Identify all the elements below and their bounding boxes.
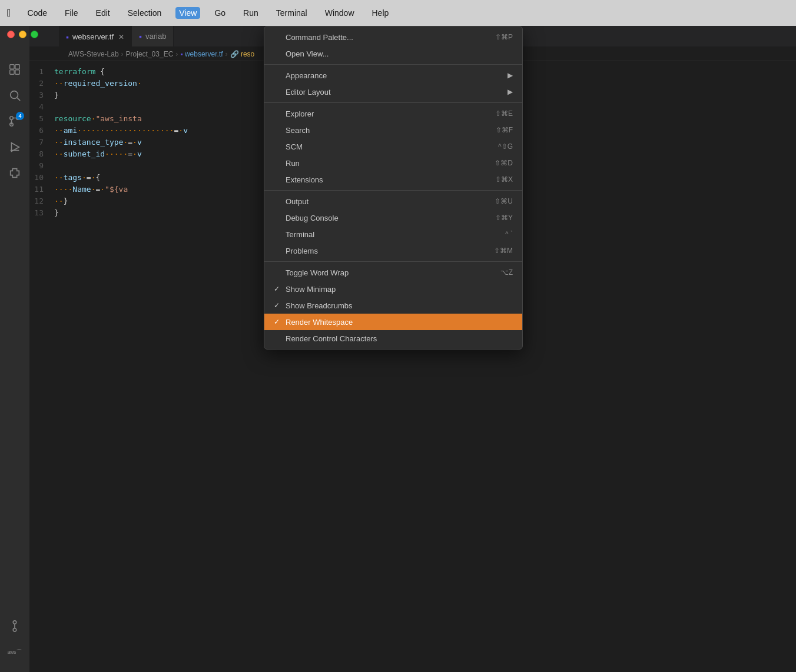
menu-debug-console[interactable]: Debug Console ⇧⌘Y <box>264 209 522 226</box>
menu-open-view-label: Open View... <box>286 49 513 58</box>
menubar-help[interactable]: Help <box>369 7 393 19</box>
menubar-run[interactable]: Run <box>240 7 262 19</box>
menu-output-shortcut: ⇧⌘U <box>495 197 513 205</box>
breadcrumbs-check-icon: ✓ <box>274 301 283 310</box>
menu-run-label: Run <box>286 159 485 168</box>
breadcrumb-sep2: › <box>175 50 178 58</box>
menubar-window[interactable]: Window <box>321 7 358 19</box>
menu-terminal-shortcut: ^ ` <box>505 230 513 238</box>
menu-scm[interactable]: SCM ^⇧G <box>264 138 522 155</box>
svg-point-11 <box>13 621 16 624</box>
menu-editor-layout[interactable]: Editor Layout ▶ <box>264 84 522 100</box>
activity-explorer[interactable] <box>4 59 25 80</box>
close-button[interactable] <box>7 31 15 38</box>
menu-appearance-label: Appearance <box>286 71 503 80</box>
menu-debug-console-label: Debug Console <box>286 214 486 222</box>
menu-explorer[interactable]: Explorer ⇧⌘E <box>264 105 522 122</box>
menu-terminal[interactable]: Terminal ^ ` <box>264 226 522 242</box>
menubar-file[interactable]: File <box>61 7 82 19</box>
menu-render-whitespace[interactable]: ✓ Render Whitespace <box>264 314 522 330</box>
breadcrumb-project: Project_03_EC <box>126 50 174 58</box>
svg-line-5 <box>17 98 20 101</box>
menu-search-shortcut: ⇧⌘F <box>496 126 513 134</box>
menu-debug-console-shortcut: ⇧⌘Y <box>495 214 513 222</box>
terraform-icon-2: ▪ <box>139 32 142 41</box>
menu-run-shortcut: ⇧⌘D <box>495 159 513 167</box>
menu-editor-layout-label: Editor Layout <box>286 88 503 97</box>
menu-scm-label: SCM <box>286 142 489 151</box>
activity-scm[interactable]: 4 <box>4 111 25 132</box>
terraform-icon-breadcrumb: ▪ <box>180 50 185 58</box>
menu-output[interactable]: Output ⇧⌘U <box>264 193 522 209</box>
menu-show-breadcrumbs-label: Show Breadcrumbs <box>286 301 513 310</box>
svg-point-6 <box>10 117 14 120</box>
menubar:  Code File Edit Selection View Go Run T… <box>0 0 796 26</box>
menu-open-view[interactable]: Open View... <box>264 45 522 62</box>
aws-label: aws <box>7 649 16 655</box>
menu-render-control-chars-label: Render Control Characters <box>286 334 513 343</box>
menu-command-palette[interactable]: Command Palette... ⇧⌘P <box>264 29 522 45</box>
breadcrumb-aws: AWS-Steve-Lab <box>68 50 119 58</box>
separator-1 <box>264 64 522 65</box>
tab-variab-label: variab <box>145 32 166 41</box>
activity-aws[interactable]: aws ⌒ <box>4 641 25 663</box>
menu-extensions-label: Extensions <box>286 175 486 184</box>
activity-bar: 4 aws ⌒ <box>0 26 29 672</box>
activity-search[interactable] <box>4 85 25 106</box>
menu-show-minimap[interactable]: ✓ Show Minimap <box>264 281 522 297</box>
separator-2 <box>264 102 522 103</box>
terraform-icon: ▪ <box>66 32 69 42</box>
menu-extensions[interactable]: Extensions ⇧⌘X <box>264 171 522 188</box>
tab-webserver[interactable]: ▪ webserver.tf ✕ <box>59 26 132 46</box>
tab-close-webserver[interactable]: ✕ <box>118 33 124 41</box>
menubar-terminal[interactable]: Terminal <box>273 7 311 19</box>
minimize-button[interactable] <box>19 31 26 38</box>
menubar-edit[interactable]: Edit <box>92 7 114 19</box>
separator-3 <box>264 190 522 191</box>
menu-run[interactable]: Run ⇧⌘D <box>264 155 522 171</box>
separator-4 <box>264 261 522 262</box>
maximize-button[interactable] <box>31 31 38 38</box>
menu-toggle-word-wrap[interactable]: Toggle Word Wrap ⌥Z <box>264 264 522 281</box>
editor-layout-arrow-icon: ▶ <box>508 88 513 96</box>
menu-appearance[interactable]: Appearance ▶ <box>264 67 522 84</box>
tab-variab[interactable]: ▪ variab <box>132 26 174 46</box>
scm-badge: 4 <box>16 112 24 120</box>
menubar-go[interactable]: Go <box>211 7 229 19</box>
render-whitespace-check-icon: ✓ <box>274 318 283 326</box>
tab-webserver-label: webserver.tf <box>72 32 114 41</box>
breadcrumb-file: ▪ webserver.tf <box>180 50 223 58</box>
svg-rect-0 <box>10 65 14 69</box>
svg-point-4 <box>11 91 18 99</box>
svg-rect-1 <box>15 65 19 69</box>
menubar-view[interactable]: View <box>175 7 200 19</box>
menu-render-whitespace-label: Render Whitespace <box>286 318 513 327</box>
activity-source-control[interactable] <box>4 616 25 637</box>
activity-run[interactable] <box>4 137 25 158</box>
svg-point-12 <box>13 628 16 632</box>
menu-command-palette-label: Command Palette... <box>286 33 486 42</box>
menu-show-breadcrumbs[interactable]: ✓ Show Breadcrumbs <box>264 297 522 314</box>
breadcrumb-sep1: › <box>121 50 124 58</box>
menu-explorer-shortcut: ⇧⌘E <box>495 109 513 118</box>
menu-toggle-word-wrap-shortcut: ⌥Z <box>500 268 513 277</box>
menubar-code[interactable]: Code <box>24 7 51 19</box>
line-numbers: 1 2 3 4 5 6 7 8 9 10 11 12 13 <box>29 61 52 672</box>
minimap-check-icon: ✓ <box>274 285 283 293</box>
breadcrumb-symbol: 🔗 reso <box>230 50 255 58</box>
menu-problems-label: Problems <box>286 247 485 255</box>
breadcrumb-sep3: › <box>225 50 228 58</box>
menu-search[interactable]: Search ⇧⌘F <box>264 122 522 138</box>
svg-rect-2 <box>10 70 14 74</box>
activity-extensions[interactable] <box>4 162 25 184</box>
view-menu[interactable]: Command Palette... ⇧⌘P Open View... Appe… <box>264 26 523 350</box>
menu-problems[interactable]: Problems ⇧⌘M <box>264 242 522 259</box>
menu-scm-shortcut: ^⇧G <box>498 142 513 151</box>
menu-render-control-chars[interactable]: Render Control Characters <box>264 330 522 347</box>
menu-command-palette-shortcut: ⇧⌘P <box>495 33 513 41</box>
menu-explorer-label: Explorer <box>286 109 486 118</box>
menu-output-label: Output <box>286 197 485 206</box>
appearance-arrow-icon: ▶ <box>508 71 513 79</box>
menu-extensions-shortcut: ⇧⌘X <box>495 175 513 184</box>
menubar-selection[interactable]: Selection <box>124 7 165 19</box>
